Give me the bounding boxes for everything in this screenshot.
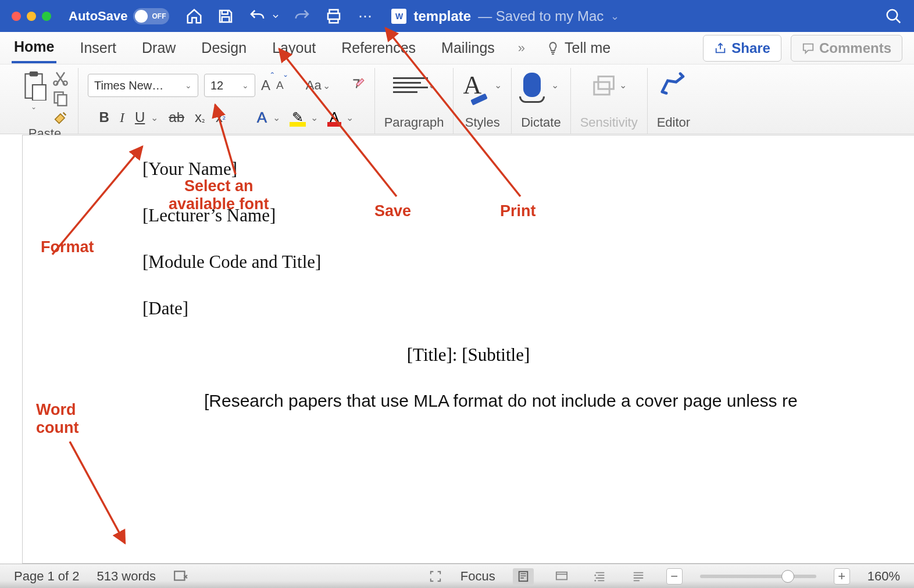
- highlight-button[interactable]: ✎: [291, 109, 305, 126]
- doc-line[interactable]: [Lecturer’s Name]: [142, 205, 914, 226]
- comments-label: Comments: [819, 40, 891, 56]
- strikethrough-button[interactable]: ab: [169, 109, 184, 126]
- svg-rect-10: [174, 571, 184, 580]
- undo-dropdown-icon[interactable]: [272, 8, 280, 25]
- superscript-button[interactable]: x: [216, 109, 226, 126]
- increase-font-icon[interactable]: A: [261, 77, 270, 94]
- chevron-down-icon[interactable]: ⌄: [310, 112, 318, 123]
- share-button[interactable]: Share: [703, 35, 781, 62]
- chevron-down-icon: ⌄: [185, 81, 192, 90]
- subscript-button[interactable]: x: [195, 109, 205, 126]
- minimize-window-icon[interactable]: [27, 12, 36, 21]
- autosave-control[interactable]: AutoSave OFF: [69, 8, 169, 24]
- paste-icon[interactable]: [21, 70, 47, 101]
- svg-point-13: [594, 574, 596, 576]
- sensitivity-label: Sensitivity: [580, 115, 638, 130]
- autosave-toggle[interactable]: OFF: [133, 8, 169, 24]
- clear-formatting-icon[interactable]: [350, 77, 365, 94]
- tabs-overflow-icon[interactable]: »: [518, 41, 525, 56]
- font-size-select[interactable]: 12 ⌄: [204, 74, 255, 97]
- italic-button[interactable]: I: [120, 110, 124, 126]
- doc-title-line[interactable]: [Title]: [Subtitle]: [23, 345, 914, 365]
- copy-icon[interactable]: [52, 90, 69, 106]
- focus-label[interactable]: Focus: [460, 569, 495, 584]
- change-case-button[interactable]: Aa: [306, 78, 322, 93]
- tab-draw[interactable]: Draw: [140, 34, 178, 62]
- search-icon[interactable]: [885, 8, 902, 25]
- svg-point-0: [887, 9, 898, 20]
- bold-button[interactable]: B: [99, 109, 109, 126]
- font-group: Times New… ⌄ 12 ⌄ A A Aa ⌄ B I U ⌄ ab x …: [78, 68, 375, 134]
- save-icon[interactable]: [217, 8, 234, 25]
- zoom-level[interactable]: 160%: [867, 569, 900, 584]
- zoom-out-button[interactable]: −: [666, 568, 683, 585]
- document-subtitle: — Saved to my Mac: [478, 8, 604, 24]
- tab-insert[interactable]: Insert: [77, 34, 119, 62]
- tab-home[interactable]: Home: [12, 33, 56, 63]
- chevron-down-icon[interactable]: ⌄: [151, 112, 158, 123]
- chevron-down-icon[interactable]: ⌄: [428, 80, 435, 91]
- paragraph-icon[interactable]: [393, 72, 428, 98]
- svg-rect-12: [556, 572, 567, 579]
- spelling-icon[interactable]: [173, 569, 188, 584]
- home-icon[interactable]: [185, 8, 203, 25]
- chevron-down-icon: ⌄: [242, 81, 249, 90]
- chevron-down-icon[interactable]: ⌄: [619, 80, 627, 91]
- redo-icon[interactable]: [294, 8, 311, 25]
- microphone-icon[interactable]: [523, 73, 541, 97]
- print-icon[interactable]: [325, 8, 342, 25]
- document-canvas[interactable]: [Your Name] [Lecturer’s Name] [Module Co…: [22, 135, 914, 564]
- more-icon[interactable]: ⋯: [356, 8, 374, 25]
- chevron-down-icon[interactable]: ⌄: [494, 80, 502, 91]
- decrease-font-icon[interactable]: A: [276, 79, 284, 92]
- undo-icon[interactable]: [248, 8, 266, 25]
- tell-me-label: Tell me: [565, 40, 610, 56]
- title-dropdown-icon[interactable]: ⌄: [610, 10, 619, 23]
- cut-icon[interactable]: [52, 70, 69, 87]
- format-painter-icon[interactable]: [52, 110, 69, 126]
- paste-dropdown-icon[interactable]: ⌄: [31, 103, 37, 111]
- text-effects-button[interactable]: A: [257, 109, 267, 127]
- sensitivity-icon[interactable]: [591, 72, 619, 98]
- chevron-down-icon[interactable]: ⌄: [346, 112, 354, 123]
- maximize-window-icon[interactable]: [42, 12, 51, 21]
- doc-line[interactable]: [Your Name]: [142, 159, 914, 180]
- outline-view-icon[interactable]: [590, 568, 610, 585]
- tab-mailings[interactable]: Mailings: [439, 34, 497, 62]
- styles-icon[interactable]: A: [463, 70, 481, 100]
- editor-icon[interactable]: [659, 72, 687, 98]
- close-window-icon[interactable]: [12, 12, 21, 21]
- tell-me-search[interactable]: Tell me: [546, 40, 610, 56]
- word-count[interactable]: 513 words: [97, 569, 156, 584]
- tab-design[interactable]: Design: [199, 34, 249, 62]
- font-color-button[interactable]: A: [329, 109, 340, 126]
- comments-button[interactable]: Comments: [791, 35, 902, 62]
- chevron-down-icon[interactable]: ⌄: [273, 112, 280, 123]
- tab-layout[interactable]: Layout: [270, 34, 318, 62]
- doc-line[interactable]: [Date]: [142, 298, 914, 319]
- web-layout-view-icon[interactable]: [551, 568, 572, 585]
- share-icon: [714, 42, 727, 55]
- draft-view-icon[interactable]: [628, 568, 649, 585]
- page-indicator[interactable]: Page 1 of 2: [14, 569, 80, 584]
- chevron-down-icon[interactable]: ⌄: [551, 80, 559, 91]
- font-name-select[interactable]: Times New… ⌄: [88, 74, 198, 97]
- underline-button[interactable]: U: [135, 109, 145, 126]
- svg-point-14: [594, 579, 596, 581]
- tab-references[interactable]: References: [339, 34, 418, 62]
- svg-rect-2: [30, 71, 38, 76]
- zoom-slider[interactable]: [700, 575, 816, 578]
- zoom-in-button[interactable]: +: [834, 568, 850, 585]
- chevron-down-icon[interactable]: ⌄: [323, 80, 330, 91]
- zoom-knob[interactable]: [781, 570, 794, 583]
- document-title: template: [413, 8, 471, 24]
- svg-rect-3: [33, 85, 46, 101]
- svg-rect-7: [58, 95, 66, 106]
- doc-line[interactable]: [Module Code and Title]: [142, 252, 914, 273]
- toggle-knob: [135, 10, 148, 23]
- print-layout-view-icon[interactable]: [513, 568, 534, 585]
- ribbon-content: ⌄ Paste Times New… ⌄ 12 ⌄ A A Aa ⌄: [0, 64, 914, 134]
- titlebar: AutoSave OFF ⋯ W template — Saved to my …: [0, 0, 914, 32]
- doc-body-line[interactable]: [Research papers that use MLA format do …: [142, 391, 914, 411]
- focus-frame-icon[interactable]: [428, 569, 443, 584]
